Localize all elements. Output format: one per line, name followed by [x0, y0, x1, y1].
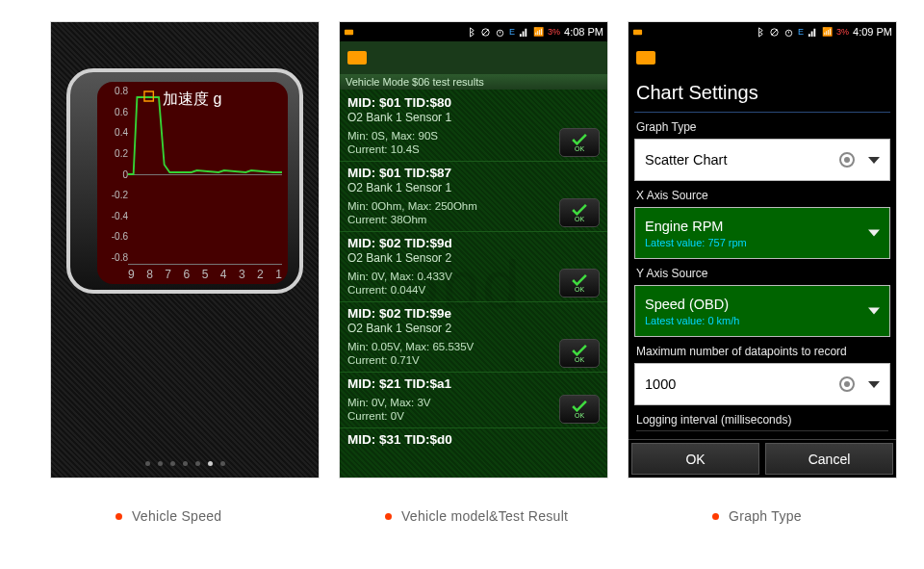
obd-icon [632, 27, 643, 38]
xtick: 7 [165, 268, 171, 281]
results-list[interactable]: MID: $01 TID:$80O2 Bank 1 Sensor 1Min: 0… [340, 90, 607, 478]
ytick: -0.4 [101, 211, 128, 221]
phone-vehicle-speed: 加速度 g 0.8 0.6 0.4 0.2 0 -0.2 -0.4 -0.6 -… [50, 21, 320, 478]
alarm-icon [783, 27, 794, 38]
mid-tid: MID: $21 TID:$a1 [347, 376, 600, 391]
ok-badge[interactable]: OK [559, 128, 600, 157]
y-axis-value: Speed (OBD) [645, 297, 729, 312]
chevron-down-icon [868, 308, 880, 315]
page-indicator[interactable] [51, 461, 319, 466]
result-values: Min: 0S, Max: 90SCurrent: 10.4SOK [340, 126, 607, 162]
sensor-name: O2 Bank 1 Sensor 2 [347, 322, 600, 335]
radio-icon [839, 152, 855, 168]
mid-tid: MID: $01 TID:$87 [347, 166, 600, 180]
xtick: 5 [202, 268, 209, 281]
ok-button[interactable]: OK [631, 443, 759, 475]
xtick: 6 [183, 268, 190, 281]
dialog-buttons: OK Cancel [629, 439, 896, 478]
svg-line-3 [483, 29, 489, 35]
max-points-label: Maximum number of datapoints to record [636, 345, 888, 358]
app-titlebar [629, 41, 896, 74]
ok-badge[interactable]: OK [559, 269, 600, 297]
minmax-text: Min: 0.05V, Max: 65.535VCurrent: 0.71V [347, 340, 474, 368]
y-axis-select[interactable]: Speed (OBD) Latest value: 0 km/h [634, 285, 890, 337]
xtick: 1 [275, 268, 282, 281]
xtick: 4 [220, 268, 227, 281]
obd-icon [344, 27, 354, 38]
sensor-name: O2 Bank 1 Sensor 1 [347, 111, 600, 124]
y-axis-latest: Latest value: 0 km/h [645, 315, 739, 326]
x-axis-line [128, 264, 282, 265]
ytick: -0.6 [101, 231, 128, 242]
result-item[interactable]: MID: $01 TID:$80O2 Bank 1 Sensor 1 [340, 91, 607, 126]
minmax-text: Min: 0V, Max: 0.433VCurrent: 0.044V [347, 270, 452, 297]
obd-app-icon [347, 51, 367, 65]
result-item[interactable]: MID: $02 TID:$9eO2 Bank 1 Sensor 2 [340, 302, 607, 337]
result-values: Min: 0.05V, Max: 65.535VCurrent: 0.71VOK [340, 337, 607, 373]
svg-point-9 [785, 30, 791, 36]
ok-badge[interactable]: OK [559, 198, 600, 227]
signal-e-icon: E [798, 27, 804, 37]
ytick: 0.2 [101, 148, 128, 159]
canvas: { "status": { "time": "4:08 PM", "time3"… [0, 0, 924, 569]
gauge-screen: 加速度 g 0.8 0.6 0.4 0.2 0 -0.2 -0.4 -0.6 -… [97, 82, 288, 284]
x-axis-label: X Axis Source [636, 189, 888, 202]
sensor-name: O2 Bank 1 Sensor 1 [347, 181, 600, 194]
xtick: 3 [239, 268, 245, 281]
xtick: 8 [146, 268, 153, 281]
graph-type-select[interactable]: Scatter Chart [634, 139, 890, 181]
ytick: 0.4 [101, 127, 128, 138]
y-axis-ticks: 0.8 0.6 0.4 0.2 0 -0.2 -0.4 -0.6 -0.8 [101, 86, 128, 263]
accel-line [128, 86, 282, 263]
ytick: 0 [101, 169, 128, 180]
minmax-text: Min: 0S, Max: 90SCurrent: 10.4S [347, 129, 438, 157]
app-titlebar [340, 41, 607, 74]
sensor-name: O2 Bank 1 Sensor 2 [347, 251, 600, 265]
ok-badge[interactable]: OK [559, 339, 600, 368]
minmax-text: Min: 0Ohm, Max: 250OhmCurrent: 38Ohm [347, 199, 477, 227]
battery-icon: 3% [836, 27, 849, 37]
bullet-icon [116, 513, 122, 520]
result-values: Min: 0Ohm, Max: 250OhmCurrent: 38OhmOK [340, 196, 607, 232]
graph-type-value: Scatter Chart [645, 152, 727, 168]
xtick: 2 [257, 268, 264, 281]
clock: 4:08 PM [564, 26, 603, 38]
chevron-down-icon [868, 157, 880, 164]
obd-app-icon [636, 51, 655, 65]
graph-type-label: Graph Type [636, 120, 888, 134]
gauge-bezel: 加速度 g 0.8 0.6 0.4 0.2 0 -0.2 -0.4 -0.6 -… [66, 68, 303, 294]
svg-point-4 [497, 30, 502, 36]
radio-icon [839, 376, 855, 392]
wifi-icon: 📶 [822, 27, 833, 37]
svg-line-8 [772, 29, 778, 35]
svg-rect-6 [633, 29, 642, 35]
caption-2: Vehicle model&Test Result [385, 508, 568, 524]
result-item[interactable]: MID: $02 TID:$9dO2 Bank 1 Sensor 2 [340, 232, 607, 267]
status-bar: E 📶 3% 4:09 PM [629, 22, 896, 41]
result-item[interactable]: MID: $01 TID:$87O2 Bank 1 Sensor 1 [340, 162, 607, 196]
plot-area [128, 86, 282, 263]
result-item[interactable]: MID: $31 TID:$d0 [340, 428, 607, 449]
ok-badge[interactable]: OK [559, 395, 600, 424]
alarm-icon [495, 27, 505, 38]
caption-3: Graph Type [712, 508, 802, 524]
bullet-icon [712, 513, 719, 520]
mid-tid: MID: $02 TID:$9e [347, 306, 600, 321]
result-values: Min: 0V, Max: 3VCurrent: 0VOK [340, 393, 607, 428]
bluetooth-icon [466, 27, 476, 38]
cancel-button[interactable]: Cancel [765, 443, 893, 475]
y-axis-label: Y Axis Source [636, 267, 888, 280]
wifi-icon: 📶 [533, 27, 544, 37]
phone-chart-settings: E 📶 3% 4:09 PM Chart Settings Graph Type… [628, 21, 897, 478]
battery-icon: 3% [548, 27, 560, 37]
xtick: 9 [128, 268, 135, 281]
mid-tid: MID: $01 TID:$80 [347, 95, 600, 110]
result-item[interactable]: MID: $21 TID:$a1 [340, 373, 607, 393]
nosound-icon [769, 27, 780, 38]
ytick: -0.2 [101, 190, 128, 200]
x-axis-select[interactable]: Engine RPM Latest value: 757 rpm [634, 207, 890, 259]
max-points-select[interactable]: 1000 [634, 363, 890, 405]
phone1-body: 加速度 g 0.8 0.6 0.4 0.2 0 -0.2 -0.4 -0.6 -… [51, 22, 319, 478]
bluetooth-icon [755, 27, 765, 38]
chevron-down-icon [868, 381, 880, 388]
